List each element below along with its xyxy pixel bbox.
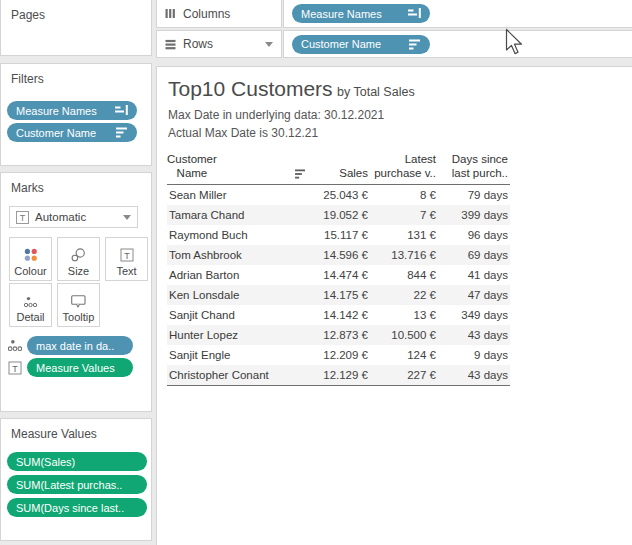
text-button-label: Text [116, 265, 136, 277]
filter-sort-icon[interactable] [295, 169, 306, 179]
pill-label: Measure Values [36, 362, 115, 374]
table-row[interactable]: Sanjit Engle 12.209 € 124 € 9 days [167, 345, 510, 365]
cell-sales[interactable]: 12.209 € [312, 345, 370, 365]
sheet-title: Top10 Customers by Total Sales [168, 77, 415, 101]
chevron-down-icon [123, 215, 131, 220]
cell-days[interactable]: 47 days [438, 285, 510, 305]
table-row[interactable]: Christopher Conant 12.129 € 227 € 43 day… [167, 365, 510, 386]
table-row[interactable]: Tamara Chand 19.052 € 7 € 399 days [167, 205, 510, 225]
cell-customer[interactable]: Tamara Chand [167, 205, 312, 225]
cell-days[interactable]: 399 days [438, 205, 510, 225]
cell-days[interactable]: 41 days [438, 265, 510, 285]
sheet-subtitle-actual-max-date: Actual Max Date is 30.12.21 [168, 126, 318, 140]
columns-pill-measure-names[interactable]: Measure Names [292, 4, 430, 23]
cell-sales[interactable]: 12.129 € [312, 365, 370, 386]
cell-latest[interactable]: 124 € [370, 345, 438, 365]
columns-shelf-tray[interactable]: Measure Names [283, 0, 632, 28]
table-row[interactable]: Tom Ashbrook 14.596 € 13.716 € 69 days [167, 245, 510, 265]
cell-latest[interactable]: 7 € [370, 205, 438, 225]
cell-sales[interactable]: 14.175 € [312, 285, 370, 305]
header-line: Name [167, 166, 217, 180]
tooltip-button-label: Tooltip [63, 311, 95, 323]
filter-pill-measure-names[interactable]: Measure Names [7, 101, 137, 120]
header-line: purchase v.. [370, 166, 436, 180]
marks-pill-max-date[interactable]: max date in da.. [27, 336, 133, 355]
cell-sales[interactable]: 14.596 € [312, 245, 370, 265]
cell-days[interactable]: 9 days [438, 345, 510, 365]
cell-days[interactable]: 96 days [438, 225, 510, 245]
cell-latest[interactable]: 13.716 € [370, 245, 438, 265]
cell-days[interactable]: 43 days [438, 325, 510, 345]
cell-sales[interactable]: 19.052 € [312, 205, 370, 225]
header-days-since[interactable]: Days since last purch.. [438, 152, 510, 185]
filter-pill-customer-name[interactable]: Customer Name [7, 123, 137, 142]
cell-days[interactable]: 69 days [438, 245, 510, 265]
cell-latest[interactable]: 227 € [370, 365, 438, 386]
tableau-worksheet-view: Pages Filters Measure Names Customer Nam… [0, 0, 632, 545]
cell-customer[interactable]: Adrian Barton [167, 265, 312, 285]
text-mark-icon: T [16, 211, 29, 224]
rows-icon [165, 39, 176, 50]
table-row[interactable]: Hunter Lopez 12.873 € 10.500 € 43 days [167, 325, 510, 345]
mouse-cursor [505, 28, 524, 56]
cell-customer[interactable]: Sean Miller [167, 185, 312, 206]
detail-button[interactable]: Detail [9, 283, 52, 327]
chevron-down-icon[interactable] [265, 42, 273, 47]
cell-latest[interactable]: 8 € [370, 185, 438, 206]
cell-latest[interactable]: 13 € [370, 305, 438, 325]
size-button-label: Size [68, 265, 89, 277]
filters-shelf[interactable]: Filters Measure Names Customer Name [0, 63, 152, 166]
cell-customer[interactable]: Tom Ashbrook [167, 245, 312, 265]
cell-latest[interactable]: 844 € [370, 265, 438, 285]
header-customer-name[interactable]: Customer Name [167, 152, 312, 185]
cell-sales[interactable]: 25.043 € [312, 185, 370, 206]
mark-type-dropdown[interactable]: T Automatic [9, 206, 138, 228]
cell-sales[interactable]: 14.474 € [312, 265, 370, 285]
colour-button-label: Colour [14, 265, 46, 277]
cell-latest[interactable]: 131 € [370, 225, 438, 245]
pill-label: SUM(Days since last.. [16, 502, 124, 514]
svg-text:T: T [12, 363, 18, 373]
header-line: last purch.. [438, 166, 508, 180]
cell-sales[interactable]: 12.873 € [312, 325, 370, 345]
cell-sales[interactable]: 15.117 € [312, 225, 370, 245]
header-line: Customer [167, 152, 217, 166]
text-box-icon: T [120, 248, 134, 262]
colour-button[interactable]: Colour [9, 237, 52, 281]
table-row[interactable]: Adrian Barton 14.474 € 844 € 41 days [167, 265, 510, 285]
cell-customer[interactable]: Hunter Lopez [167, 325, 312, 345]
colour-dots-icon [24, 248, 38, 262]
cell-sales[interactable]: 14.142 € [312, 305, 370, 325]
cell-latest[interactable]: 10.500 € [370, 325, 438, 345]
table-header-row: Customer Name Sales [167, 152, 510, 185]
text-box-icon: T [8, 361, 22, 375]
measure-pill-sum-sales[interactable]: SUM(Sales) [7, 452, 147, 471]
cell-customer[interactable]: Ken Lonsdale [167, 285, 312, 305]
rows-pill-customer-name[interactable]: Customer Name [292, 35, 430, 54]
cell-customer[interactable]: Sanjit Engle [167, 345, 312, 365]
header-sales[interactable]: Sales [312, 152, 370, 185]
cell-days[interactable]: 349 days [438, 305, 510, 325]
header-latest-purchase[interactable]: Latest purchase v.. [370, 152, 438, 185]
cell-latest[interactable]: 22 € [370, 285, 438, 305]
cell-customer[interactable]: Sanjit Chand [167, 305, 312, 325]
table-row[interactable]: Sanjit Chand 14.142 € 13 € 349 days [167, 305, 510, 325]
rows-shelf-tray[interactable]: Customer Name [283, 30, 632, 58]
cell-customer[interactable]: Christopher Conant [167, 365, 312, 386]
rows-shelf-label[interactable]: Rows [156, 30, 282, 58]
cell-customer[interactable]: Raymond Buch [167, 225, 312, 245]
cell-days[interactable]: 79 days [438, 185, 510, 206]
pill-label: Measure Names [301, 8, 382, 20]
table-row[interactable]: Raymond Buch 15.117 € 131 € 96 days [167, 225, 510, 245]
tooltip-button[interactable]: Tooltip [57, 283, 100, 327]
measure-pill-sum-latest-purchase[interactable]: SUM(Latest purchas.. [7, 475, 147, 494]
marks-pill-measure-values[interactable]: Measure Values [27, 358, 133, 377]
size-button[interactable]: Size [57, 237, 100, 281]
mark-type-value: Automatic [35, 211, 86, 223]
text-button[interactable]: T Text [105, 237, 148, 281]
measure-pill-sum-days-since[interactable]: SUM(Days since last.. [7, 498, 147, 517]
table-row[interactable]: Ken Lonsdale 14.175 € 22 € 47 days [167, 285, 510, 305]
pages-shelf[interactable]: Pages [0, 0, 152, 56]
table-row[interactable]: Sean Miller 25.043 € 8 € 79 days [167, 185, 510, 206]
cell-days[interactable]: 43 days [438, 365, 510, 386]
